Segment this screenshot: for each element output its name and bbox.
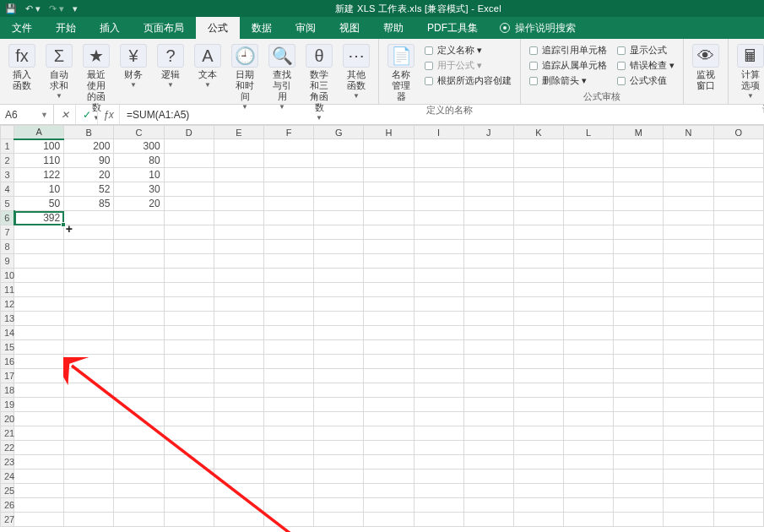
cell-J3[interactable]: [463, 168, 513, 182]
cell-L11[interactable]: [564, 283, 614, 297]
cell-D12[interactable]: [164, 297, 214, 312]
cell-G2[interactable]: [314, 154, 364, 168]
cell-I11[interactable]: [414, 283, 463, 297]
cell-O4[interactable]: [713, 182, 763, 197]
cell-C10[interactable]: [114, 269, 164, 283]
cell-D9[interactable]: [164, 254, 214, 269]
cell-I25[interactable]: [414, 484, 463, 498]
accept-formula-button[interactable]: ✓: [76, 105, 98, 124]
cell-I23[interactable]: [414, 455, 463, 470]
cell-E19[interactable]: [214, 398, 263, 412]
cell-C17[interactable]: [114, 369, 164, 383]
cell-G7[interactable]: [314, 225, 364, 240]
cell-A24[interactable]: [14, 470, 64, 484]
cell-F21[interactable]: [263, 426, 313, 441]
cell-K13[interactable]: [513, 312, 563, 326]
cell-M14[interactable]: [614, 326, 664, 340]
cell-B17[interactable]: [64, 369, 114, 383]
cell-D26[interactable]: [164, 498, 214, 513]
cell-I6[interactable]: [414, 211, 463, 225]
cell-N11[interactable]: [664, 283, 713, 297]
cell-M25[interactable]: [614, 484, 664, 498]
cell-D8[interactable]: [164, 240, 214, 254]
row-header-18[interactable]: 18: [1, 383, 14, 398]
cell-K9[interactable]: [513, 254, 563, 269]
cell-L12[interactable]: [564, 297, 614, 312]
cell-D22[interactable]: [164, 441, 214, 455]
row-header-16[interactable]: 16: [1, 355, 14, 369]
cell-E26[interactable]: [214, 498, 263, 513]
cell-B9[interactable]: [64, 254, 114, 269]
cell-N18[interactable]: [664, 383, 713, 398]
cell-D10[interactable]: [164, 269, 214, 283]
cell-E8[interactable]: [214, 240, 263, 254]
cell-O19[interactable]: [713, 398, 763, 412]
cell-G5[interactable]: [314, 197, 364, 211]
cell-B3[interactable]: 20: [64, 168, 114, 182]
cell-J16[interactable]: [463, 355, 513, 369]
cell-B25[interactable]: [64, 484, 114, 498]
cell-N2[interactable]: [664, 154, 713, 168]
cell-G22[interactable]: [314, 441, 364, 455]
cell-B6[interactable]: [64, 211, 114, 225]
cell-D20[interactable]: [164, 412, 214, 426]
cell-I15[interactable]: [414, 340, 463, 355]
cell-F10[interactable]: [263, 269, 313, 283]
cell-M27[interactable]: [614, 513, 664, 527]
cell-M7[interactable]: [614, 225, 664, 240]
cell-H25[interactable]: [364, 484, 414, 498]
cell-E9[interactable]: [214, 254, 263, 269]
cell-I4[interactable]: [414, 182, 463, 197]
cell-B19[interactable]: [64, 398, 114, 412]
cell-K22[interactable]: [513, 441, 563, 455]
name-box-dropdown-icon[interactable]: ▼: [41, 111, 48, 119]
cell-J11[interactable]: [463, 283, 513, 297]
cell-C26[interactable]: [114, 498, 164, 513]
cell-H9[interactable]: [364, 254, 414, 269]
tab-文件[interactable]: 文件: [0, 17, 44, 39]
cell-N3[interactable]: [664, 168, 713, 182]
cell-O20[interactable]: [713, 412, 763, 426]
cell-M3[interactable]: [614, 168, 664, 182]
cell-C11[interactable]: [114, 283, 164, 297]
cell-I20[interactable]: [414, 412, 463, 426]
cell-I1[interactable]: [414, 139, 463, 154]
cell-J17[interactable]: [463, 369, 513, 383]
cell-M6[interactable]: [614, 211, 664, 225]
cell-L20[interactable]: [564, 412, 614, 426]
cell-F1[interactable]: [263, 139, 313, 154]
tab-PDF工具集[interactable]: PDF工具集: [415, 17, 490, 39]
link-追踪引用单元格[interactable]: 追踪引用单元格: [529, 44, 607, 57]
qat-customize-icon[interactable]: ▾: [73, 3, 78, 14]
cell-L5[interactable]: [564, 197, 614, 211]
cell-J8[interactable]: [463, 240, 513, 254]
cell-L16[interactable]: [564, 355, 614, 369]
cell-B5[interactable]: 85: [64, 197, 114, 211]
col-header-M[interactable]: M: [614, 126, 664, 139]
cell-I13[interactable]: [414, 312, 463, 326]
cell-D23[interactable]: [164, 455, 214, 470]
cell-M19[interactable]: [614, 398, 664, 412]
tab-审阅[interactable]: 审阅: [284, 17, 328, 39]
cell-M8[interactable]: [614, 240, 664, 254]
cell-G20[interactable]: [314, 412, 364, 426]
cell-O15[interactable]: [713, 340, 763, 355]
cell-H7[interactable]: [364, 225, 414, 240]
cell-J13[interactable]: [463, 312, 513, 326]
cell-I9[interactable]: [414, 254, 463, 269]
cell-L4[interactable]: [564, 182, 614, 197]
cell-O5[interactable]: [713, 197, 763, 211]
save-icon[interactable]: 💾: [5, 3, 17, 14]
cell-C20[interactable]: [114, 412, 164, 426]
cell-J18[interactable]: [463, 383, 513, 398]
cell-F3[interactable]: [263, 168, 313, 182]
tab-公式[interactable]: 公式: [196, 17, 240, 39]
cell-J26[interactable]: [463, 498, 513, 513]
cell-L6[interactable]: [564, 211, 614, 225]
cell-C12[interactable]: [114, 297, 164, 312]
cell-O24[interactable]: [713, 470, 763, 484]
cell-C8[interactable]: [114, 240, 164, 254]
cell-B15[interactable]: [64, 340, 114, 355]
cell-G24[interactable]: [314, 470, 364, 484]
cell-E1[interactable]: [214, 139, 263, 154]
